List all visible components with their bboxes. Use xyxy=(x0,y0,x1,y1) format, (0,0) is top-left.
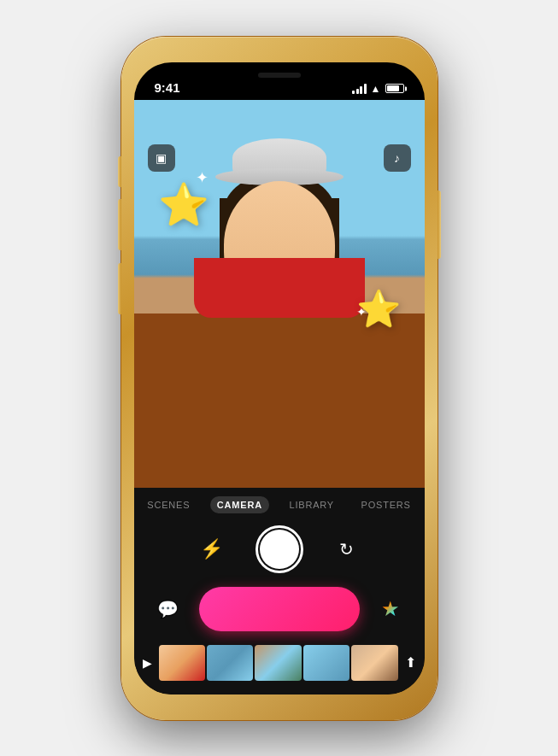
timeline-thumbnails xyxy=(159,645,398,681)
top-controls: ▣ ♪ xyxy=(134,138,425,179)
music-button[interactable]: ♪ xyxy=(384,144,411,172)
music-icon: ♪ xyxy=(394,151,400,165)
notch xyxy=(220,62,339,88)
thumbnail-3[interactable] xyxy=(255,645,301,681)
flash-button[interactable]: ⚡ xyxy=(196,533,228,566)
tab-scenes[interactable]: SCENES xyxy=(140,496,197,513)
status-time: 9:41 xyxy=(155,80,180,95)
play-button[interactable]: ▶ xyxy=(143,656,152,670)
flip-camera-button[interactable]: ↻ xyxy=(331,533,363,566)
volume-down-button[interactable] xyxy=(118,263,121,314)
star-emoji-left: ⭐ xyxy=(158,181,209,229)
camera-controls: ⚡ ↻ xyxy=(134,519,425,582)
sparkle-bottom-right: ✦ xyxy=(356,305,367,319)
mute-button[interactable] xyxy=(118,156,121,187)
flash-icon: ⚡ xyxy=(200,538,223,560)
shirt xyxy=(194,258,365,318)
tab-library[interactable]: LIBRARY xyxy=(282,496,340,513)
wifi-icon: ▲ xyxy=(371,83,381,95)
record-button[interactable] xyxy=(199,587,360,631)
camera-viewfinder: ▣ ♪ xyxy=(134,100,425,488)
phone-frame: 9:41 ▲ xyxy=(121,37,438,720)
share-icon: ⬆ xyxy=(405,655,416,670)
layers-button[interactable]: ▣ xyxy=(148,144,175,172)
phone-screen: 9:41 ▲ xyxy=(134,62,425,694)
power-button[interactable] xyxy=(438,190,441,259)
flip-icon: ↻ xyxy=(339,539,354,560)
thumbnail-5[interactable] xyxy=(351,645,397,681)
bottom-panel: SCENES CAMERA LIBRARY POSTERS ⚡ xyxy=(134,488,425,694)
thumbnail-1[interactable] xyxy=(159,645,205,681)
app-screen: 9:41 ▲ xyxy=(134,62,425,694)
tab-bar: SCENES CAMERA LIBRARY POSTERS xyxy=(134,488,425,519)
thumbnail-4[interactable] xyxy=(303,645,349,681)
tab-posters[interactable]: POSTERS xyxy=(355,496,418,513)
speaker xyxy=(258,73,301,78)
record-row: 💬 ★ xyxy=(134,582,425,640)
thumbnail-2[interactable] xyxy=(207,645,253,681)
bubble-button[interactable]: 💬 xyxy=(151,592,185,626)
rainbow-star-icon: ★ xyxy=(381,597,400,621)
effects-button[interactable]: ★ xyxy=(373,592,408,626)
signal-icon xyxy=(352,84,367,94)
share-button[interactable]: ⬆ xyxy=(405,654,416,671)
battery-icon xyxy=(385,84,404,93)
bubble-icon: 💬 xyxy=(157,599,179,619)
volume-up-button[interactable] xyxy=(118,199,121,250)
capture-button[interactable] xyxy=(256,525,303,573)
tab-camera[interactable]: CAMERA xyxy=(210,496,269,513)
layers-icon: ▣ xyxy=(156,151,167,165)
status-icons: ▲ xyxy=(352,83,403,95)
thumbnail-strip: ▶ ⬆ xyxy=(134,640,425,694)
play-icon: ▶ xyxy=(143,656,152,670)
capture-button-inner xyxy=(260,530,299,569)
